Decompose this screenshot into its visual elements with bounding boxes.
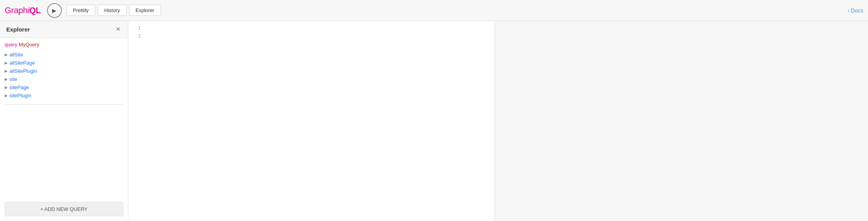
- play-button[interactable]: ▶: [47, 3, 62, 18]
- explorer-item-label: sitePage: [9, 84, 29, 90]
- arrow-icon: ▶: [5, 85, 8, 89]
- toolbar: GraphiQL ▶ Prettify History Explorer ‹ D…: [0, 0, 868, 21]
- explorer-item-label: allSite: [9, 52, 23, 58]
- explorer-item-label: sitePlugin: [9, 93, 31, 98]
- explorer-item[interactable]: ▶allSite: [5, 51, 123, 59]
- explorer-panel: Explorer × query MyQuery ▶allSite▶allSit…: [0, 21, 128, 221]
- docs-label: Docs: [851, 7, 863, 14]
- explorer-divider: [5, 104, 123, 105]
- line-number: 1: [128, 24, 141, 32]
- explorer-body: query MyQuery ▶allSite▶allSitePage▶allSi…: [0, 38, 128, 202]
- history-button[interactable]: History: [98, 5, 126, 16]
- explorer-item[interactable]: ▶allSitePlugin: [5, 67, 123, 75]
- arrow-icon: ▶: [5, 69, 8, 73]
- add-query-button[interactable]: + ADD NEW QUERY: [5, 202, 123, 216]
- query-name: MyQuery: [19, 42, 39, 47]
- explorer-item-label: site: [9, 76, 17, 82]
- explorer-header: Explorer ×: [0, 21, 128, 38]
- arrow-icon: ▶: [5, 77, 8, 81]
- explorer-items-list: ▶allSite▶allSitePage▶allSitePlugin▶site▶…: [5, 51, 123, 100]
- editor-content: 12: [128, 21, 494, 221]
- explorer-button[interactable]: Explorer: [129, 5, 161, 16]
- query-label: query MyQuery: [5, 42, 123, 47]
- explorer-item[interactable]: ▶sitePlugin: [5, 91, 123, 100]
- line-number: 2: [128, 32, 141, 40]
- prettify-button[interactable]: Prettify: [66, 5, 95, 16]
- editor-area: 12: [128, 21, 495, 221]
- explorer-item-label: allSitePage: [9, 60, 35, 66]
- explorer-item-label: allSitePlugin: [9, 68, 37, 74]
- main-area: Explorer × query MyQuery ▶allSite▶allSit…: [0, 21, 868, 221]
- arrow-icon: ▶: [5, 53, 8, 57]
- logo-ql: QL: [29, 5, 41, 15]
- graphiql-logo: GraphiQL: [5, 5, 41, 16]
- query-keyword: query: [5, 42, 18, 47]
- close-button[interactable]: ×: [114, 25, 122, 33]
- play-icon: ▶: [52, 7, 56, 14]
- arrow-icon: ▶: [5, 61, 8, 65]
- line-numbers: 12: [128, 24, 144, 40]
- arrow-icon: ▶: [5, 93, 8, 98]
- docs-button[interactable]: ‹ Docs: [847, 7, 863, 14]
- docs-chevron-icon: ‹: [847, 7, 849, 14]
- explorer-title: Explorer: [6, 26, 30, 33]
- editor-textarea[interactable]: [144, 21, 494, 221]
- explorer-item[interactable]: ▶allSitePage: [5, 59, 123, 67]
- results-area: [495, 21, 868, 221]
- explorer-item[interactable]: ▶sitePage: [5, 83, 123, 91]
- explorer-item[interactable]: ▶site: [5, 75, 123, 83]
